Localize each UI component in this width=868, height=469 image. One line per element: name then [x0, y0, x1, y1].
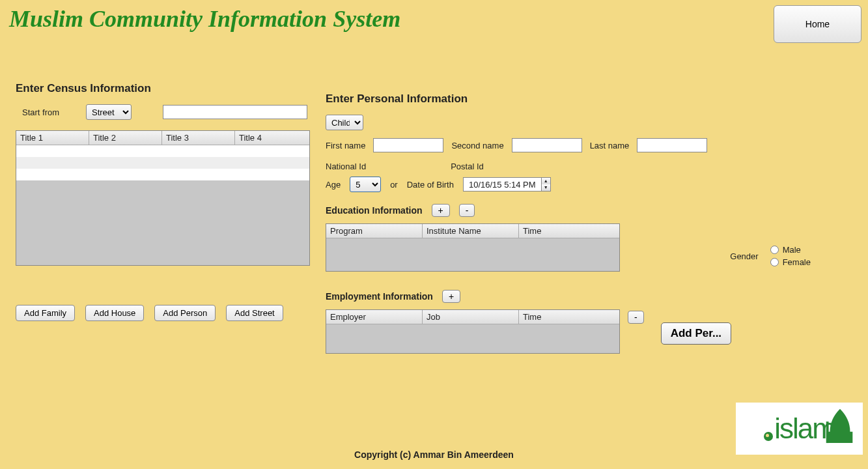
dob-value: 10/16/15 5:14 PM: [464, 180, 541, 190]
gender-label: Gender: [730, 251, 758, 261]
gender-female-radio[interactable]: [770, 258, 779, 266]
employment-col-1: Employer: [326, 310, 423, 324]
last-name-input[interactable]: [637, 138, 707, 152]
employment-table[interactable]: Employer Job Time: [326, 309, 620, 354]
employment-add-button[interactable]: +: [442, 290, 460, 303]
second-name-input[interactable]: [512, 138, 582, 152]
education-col-1: Program: [326, 224, 423, 238]
education-table[interactable]: Program Institute Name Time: [326, 223, 620, 272]
dob-down-icon[interactable]: ▼: [542, 184, 550, 191]
add-person-button[interactable]: Add Person: [154, 305, 216, 321]
add-family-button[interactable]: Add Family: [16, 305, 75, 321]
dob-spinner[interactable]: 10/16/15 5:14 PM ▲▼: [463, 177, 551, 192]
gender-male-radio[interactable]: [770, 246, 779, 254]
education-col-2: Institute Name: [423, 224, 519, 238]
dob-up-icon[interactable]: ▲: [542, 178, 550, 184]
first-name-label: First name: [326, 141, 365, 150]
national-id-label: National Id: [326, 162, 366, 171]
mosque-icon: [821, 406, 859, 446]
first-name-input[interactable]: [373, 138, 443, 152]
add-per-button[interactable]: Add Per...: [661, 322, 731, 345]
start-from-input[interactable]: [163, 105, 307, 119]
app-title: Muslim Community Information System: [9, 5, 400, 33]
census-table[interactable]: Title 1 Title 2 Title 3 Title 4: [16, 130, 310, 266]
age-select[interactable]: 5: [350, 177, 381, 192]
postal-id-label: Postal Id: [451, 162, 484, 171]
employment-remove-button[interactable]: -: [628, 311, 644, 324]
logo-dot-icon: [764, 432, 773, 441]
census-col-3: Title 3: [162, 131, 235, 145]
second-name-label: Second name: [451, 141, 503, 150]
add-house-button[interactable]: Add House: [85, 305, 144, 321]
svg-rect-0: [826, 421, 829, 443]
home-button[interactable]: Home: [774, 5, 861, 43]
employment-heading: Employment Information: [326, 291, 433, 302]
personal-heading: Enter Personal Information: [326, 92, 868, 106]
education-col-3: Time: [519, 224, 619, 238]
census-table-body: [16, 145, 309, 180]
gender-female-option[interactable]: Female: [770, 257, 811, 267]
census-heading: Enter Census Information: [16, 82, 313, 95]
education-heading: Education Information: [326, 205, 423, 216]
census-col-1: Title 1: [16, 131, 89, 145]
census-col-4: Title 4: [235, 131, 309, 145]
employment-col-3: Time: [519, 310, 619, 324]
start-from-select[interactable]: Street: [86, 104, 132, 120]
last-name-label: Last name: [590, 141, 630, 150]
employment-col-2: Job: [423, 310, 519, 324]
person-type-select[interactable]: Child: [326, 115, 363, 130]
start-from-label: Start from: [22, 107, 81, 117]
education-table-header: Program Institute Name Time: [326, 224, 619, 238]
add-street-button[interactable]: Add Street: [226, 305, 283, 321]
age-label: Age: [326, 180, 341, 190]
dob-label: Date of Birth: [407, 180, 454, 190]
or-label: or: [390, 180, 398, 190]
education-remove-button[interactable]: -: [459, 204, 475, 217]
census-col-2: Title 2: [89, 131, 162, 145]
employment-table-header: Employer Job Time: [326, 310, 619, 324]
census-table-header: Title 1 Title 2 Title 3 Title 4: [16, 131, 309, 145]
education-add-button[interactable]: +: [432, 204, 450, 217]
gender-male-option[interactable]: Male: [770, 245, 811, 255]
logo: islam: [736, 403, 863, 455]
